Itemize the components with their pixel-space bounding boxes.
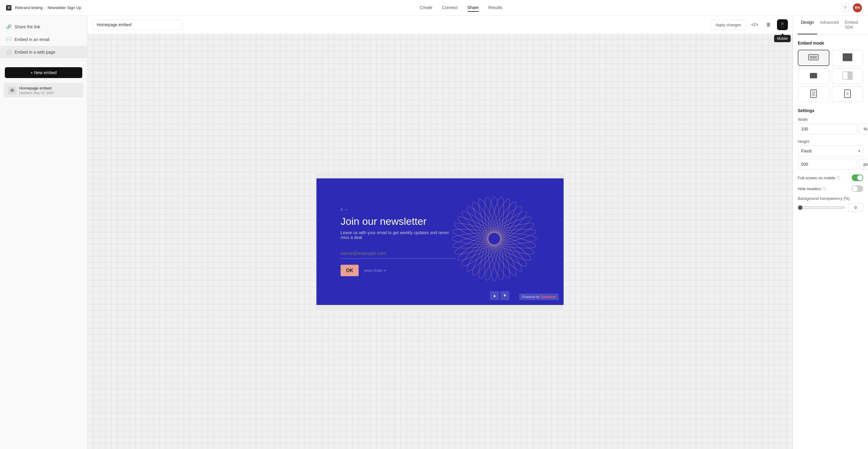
mode-fullpage-icon bbox=[842, 53, 853, 63]
hide-headers-toggle-row: Hide headers ⓘ bbox=[798, 185, 863, 192]
breadcrumb-sep: › bbox=[44, 5, 46, 10]
powered-brand: Typeform bbox=[541, 295, 556, 299]
preview-frame-wrapper: 1 → Join our newsletter Leave us with yo… bbox=[316, 173, 564, 310]
fullscreen-toggle[interactable] bbox=[852, 174, 863, 181]
mode-mobile1[interactable] bbox=[798, 87, 830, 102]
fullscreen-info-icon[interactable]: ⓘ bbox=[836, 175, 840, 181]
decoration-svg bbox=[449, 193, 539, 284]
tab-embed-sdk[interactable]: Embed SDK bbox=[842, 16, 863, 34]
embed-list-date: Updated: May 22, 2024 bbox=[19, 91, 79, 95]
embed-name-input[interactable] bbox=[92, 20, 183, 30]
code-button[interactable]: </> bbox=[749, 19, 760, 30]
width-row: Width % px bbox=[798, 117, 863, 134]
form-nav-down[interactable]: ▼ bbox=[500, 291, 509, 300]
form-subtitle: Leave us with your email to get weekly u… bbox=[341, 230, 455, 240]
svg-point-5 bbox=[458, 207, 530, 270]
embed-list-item[interactable]: ⊟ Homepage embed Updated: May 22, 2024 bbox=[4, 83, 84, 98]
right-panel-body: Embed mode bbox=[793, 35, 868, 223]
sidebar: 🔗 Share the link ✉️ Embed in an email ⬜ … bbox=[0, 16, 87, 449]
main-layout: 🔗 Share the link ✉️ Embed in an email ⬜ … bbox=[0, 16, 868, 449]
form-enter-hint: press Enter ↵ bbox=[364, 268, 387, 273]
mode-side[interactable] bbox=[832, 68, 864, 84]
mode-mobile2[interactable] bbox=[832, 87, 864, 102]
bg-transparency-slider[interactable] bbox=[798, 205, 845, 210]
sidebar-item-embed-web[interactable]: ⬜ Embed in a web page bbox=[0, 46, 87, 59]
hide-headers-label-text: Hide headers bbox=[798, 187, 821, 191]
trash-button[interactable]: 🗑 bbox=[763, 19, 774, 30]
fullscreen-toggle-row: Full-screen on mobile ⓘ bbox=[798, 174, 863, 181]
height-unit-select[interactable]: px % bbox=[859, 159, 868, 170]
height-type-select[interactable]: Fixed Auto bbox=[798, 146, 863, 156]
form-enter-label: press Enter ↵ bbox=[364, 268, 387, 273]
hide-headers-info-icon[interactable]: ⓘ bbox=[822, 186, 826, 191]
mode-fullpage[interactable] bbox=[832, 50, 864, 66]
mobile-button-container: 📱 Mobile bbox=[777, 19, 788, 30]
form-email-input[interactable] bbox=[341, 248, 455, 259]
apps-icon bbox=[6, 5, 11, 10]
form-nav-arrows: ▲ ▼ bbox=[490, 291, 509, 300]
embed-toolbar: Apply changes </> 🗑 📱 Mobile bbox=[87, 16, 793, 34]
settings-section: Settings Width % px bbox=[798, 108, 863, 212]
nav-tabs: Create Connect Share Results bbox=[85, 4, 837, 12]
breadcrumb-page: Newsletter Sign Up bbox=[48, 5, 81, 10]
preview-area: 1 → Join our newsletter Leave us with yo… bbox=[87, 34, 793, 449]
tab-share[interactable]: Share bbox=[467, 4, 478, 12]
tab-results[interactable]: Results bbox=[488, 4, 502, 12]
form-preview-frame: 1 → Join our newsletter Leave us with yo… bbox=[316, 179, 564, 305]
svg-rect-23 bbox=[847, 72, 852, 79]
mobile-button[interactable]: 📱 bbox=[777, 19, 788, 30]
bg-transparency-row: Background transparency (%) 0 bbox=[798, 196, 863, 212]
mode-standard[interactable] bbox=[798, 50, 830, 66]
slider-row: 0 bbox=[798, 203, 863, 212]
svg-point-2 bbox=[474, 197, 514, 280]
mobile-tooltip: Mobile bbox=[774, 35, 790, 42]
svg-rect-27 bbox=[846, 92, 849, 95]
fullscreen-label: Full-screen on mobile ⓘ bbox=[798, 175, 840, 181]
svg-point-4 bbox=[463, 202, 526, 275]
height-input[interactable] bbox=[798, 159, 857, 170]
help-button[interactable]: ? bbox=[841, 4, 849, 12]
form-title: Join our newsletter bbox=[341, 215, 455, 227]
breadcrumb-project[interactable]: Rebrand testing bbox=[15, 5, 43, 10]
width-input[interactable] bbox=[798, 124, 857, 134]
tab-advanced[interactable]: Advanced bbox=[817, 16, 842, 34]
width-label: Width bbox=[798, 117, 863, 122]
preview-frame-top bbox=[316, 173, 564, 179]
sidebar-item-embed-email[interactable]: ✉️ Embed in an email bbox=[0, 33, 87, 46]
apply-changes-button[interactable]: Apply changes bbox=[710, 20, 746, 30]
tab-connect[interactable]: Connect bbox=[442, 4, 458, 12]
settings-title: Settings bbox=[798, 108, 863, 113]
tab-create[interactable]: Create bbox=[420, 4, 433, 12]
tab-design[interactable]: Design bbox=[798, 16, 817, 34]
new-embed-button[interactable]: + New embed bbox=[5, 67, 82, 78]
fullscreen-label-text: Full-screen on mobile bbox=[798, 176, 835, 180]
svg-point-11 bbox=[453, 219, 536, 259]
sidebar-item-share-link[interactable]: 🔗 Share the link bbox=[0, 21, 87, 33]
form-action-row: OK press Enter ↵ bbox=[341, 265, 455, 276]
height-type-wrapper: Fixed Auto bbox=[798, 146, 863, 156]
form-nav-up[interactable]: ▲ bbox=[490, 291, 499, 300]
center-content: Apply changes </> 🗑 📱 Mobile bbox=[87, 16, 793, 449]
powered-label: Powered by bbox=[522, 295, 540, 299]
svg-point-7 bbox=[453, 219, 536, 259]
width-input-row: % px bbox=[798, 124, 863, 134]
mode-popup[interactable] bbox=[798, 68, 830, 84]
bg-transparency-value[interactable]: 0 bbox=[848, 203, 863, 212]
sidebar-embed-web-label: Embed in a web page bbox=[14, 50, 55, 55]
avatar[interactable]: RH bbox=[853, 3, 862, 12]
form-step-label: 1 → bbox=[341, 207, 348, 211]
mode-standard-icon bbox=[808, 53, 819, 63]
width-unit-select[interactable]: % px bbox=[859, 124, 868, 134]
hide-headers-toggle[interactable] bbox=[852, 185, 863, 192]
mode-popup-icon bbox=[808, 71, 819, 82]
height-input-row: px % bbox=[798, 159, 863, 170]
svg-point-0 bbox=[488, 196, 500, 281]
top-nav: Rebrand testing › Newsletter Sign Up Cre… bbox=[0, 0, 868, 16]
embed-web-icon: ⬜ bbox=[6, 50, 11, 55]
height-row: Height Fixed Auto px % bbox=[798, 139, 863, 170]
form-ok-button[interactable]: OK bbox=[341, 265, 359, 276]
new-embed-label: + New embed bbox=[30, 70, 57, 75]
sidebar-embed-email-label: Embed in an email bbox=[14, 37, 50, 42]
svg-rect-21 bbox=[810, 73, 817, 78]
trash-icon: 🗑 bbox=[766, 22, 771, 27]
